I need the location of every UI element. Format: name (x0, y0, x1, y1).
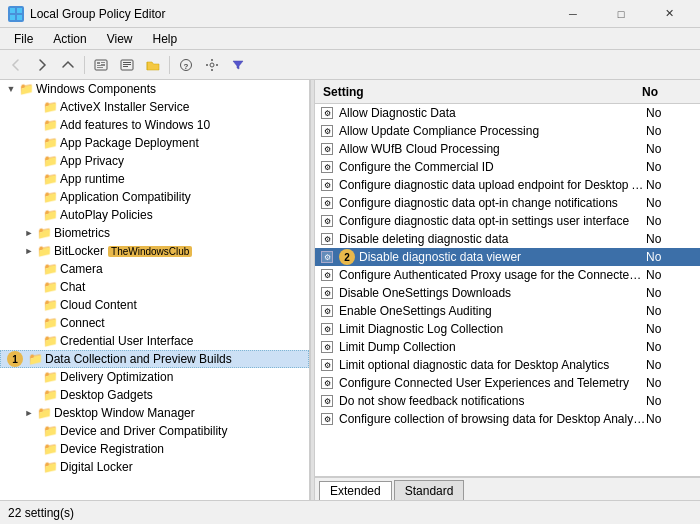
right-item-allow-wufb[interactable]: ⚙ Allow WUfB Cloud Processing No (315, 140, 700, 158)
right-item-state: No (646, 124, 696, 138)
expand-icon (28, 388, 42, 402)
tree-label: BitLocker (54, 244, 104, 258)
tab-extended[interactable]: Extended (319, 481, 392, 500)
right-pane[interactable]: Setting No ⚙ Allow Diagnostic Data No ⚙ … (315, 80, 700, 500)
expand-icon (28, 262, 42, 276)
right-item-label: Configure collection of browsing data fo… (339, 412, 646, 426)
close-button[interactable]: ✕ (646, 4, 692, 24)
tree-item-delivery-opt[interactable]: 📁 Delivery Optimization (0, 368, 309, 386)
right-item-state: No (646, 376, 696, 390)
filter-button[interactable] (226, 54, 250, 76)
tree-item-autoplay[interactable]: 📁 AutoPlay Policies (0, 206, 309, 224)
tree-label: Cloud Content (60, 298, 137, 312)
tree-item-add-features[interactable]: 📁 Add features to Windows 10 (0, 116, 309, 134)
setting-icon-11: ⚙ (319, 286, 335, 300)
tree-item-windows-components[interactable]: ▼ 📁 Windows Components (0, 80, 309, 98)
right-item-disable-deleting[interactable]: ⚙ Disable deleting diagnostic data No (315, 230, 700, 248)
tree-label: Device and Driver Compatibility (60, 424, 227, 438)
properties-button[interactable] (115, 54, 139, 76)
right-item-limit-log[interactable]: ⚙ Limit Diagnostic Log Collection No (315, 320, 700, 338)
folder-icon: 📁 (27, 352, 43, 366)
tree-item-credential[interactable]: 📁 Credential User Interface (0, 332, 309, 350)
tree-item-app-compat[interactable]: 📁 Application Compatibility (0, 188, 309, 206)
right-item-limit-dump[interactable]: ⚙ Limit Dump Collection No (315, 338, 700, 356)
expand-icon (28, 136, 42, 150)
tree-label: ActiveX Installer Service (60, 100, 189, 114)
right-item-upload-endpoint[interactable]: ⚙ Configure diagnostic data upload endpo… (315, 176, 700, 194)
right-item-state: No (646, 340, 696, 354)
right-item-disable-onesettings[interactable]: ⚙ Disable OneSettings Downloads No (315, 284, 700, 302)
settings-button[interactable] (200, 54, 224, 76)
tree-item-camera[interactable]: 📁 Camera (0, 260, 309, 278)
menu-action[interactable]: Action (45, 30, 94, 48)
app-icon (8, 6, 24, 22)
tree-item-app-privacy[interactable]: 📁 App Privacy (0, 152, 309, 170)
tree-item-biometrics[interactable]: ► 📁 Biometrics (0, 224, 309, 242)
right-item-commercial-id[interactable]: ⚙ Configure the Commercial ID No (315, 158, 700, 176)
tree-item-data-collection[interactable]: 1 📁 Data Collection and Preview Builds (0, 350, 309, 368)
tree-item-connect[interactable]: 📁 Connect (0, 314, 309, 332)
svg-point-17 (211, 59, 213, 61)
right-item-label: Disable diagnostic data viewer (359, 250, 646, 264)
tree-item-device-registration[interactable]: 📁 Device Registration (0, 440, 309, 458)
right-item-label: Limit optional diagnostic data for Deskt… (339, 358, 646, 372)
tab-standard[interactable]: Standard (394, 480, 465, 500)
svg-point-19 (206, 64, 208, 66)
right-item-change-notifications[interactable]: ⚙ Configure diagnostic data opt-in chang… (315, 194, 700, 212)
right-item-disable-viewer[interactable]: ⚙ 2 Disable diagnostic data viewer No (315, 248, 700, 266)
setting-icon-4: ⚙ (319, 160, 335, 174)
tree-item-activex[interactable]: 📁 ActiveX Installer Service (0, 98, 309, 116)
tree-item-desktop-gadgets[interactable]: 📁 Desktop Gadgets (0, 386, 309, 404)
menu-file[interactable]: File (6, 30, 41, 48)
right-item-settings-ui[interactable]: ⚙ Configure diagnostic data opt-in setti… (315, 212, 700, 230)
forward-button[interactable] (30, 54, 54, 76)
folder-icon: 📁 (42, 262, 58, 276)
tree-item-bitlocker[interactable]: ► 📁 BitLocker TheWindowsClub (0, 242, 309, 260)
maximize-button[interactable]: □ (598, 4, 644, 24)
folder-icon: 📁 (42, 334, 58, 348)
minimize-button[interactable]: ─ (550, 4, 596, 24)
browse-button[interactable] (89, 54, 113, 76)
right-item-feedback[interactable]: ⚙ Do not show feedback notifications No (315, 392, 700, 410)
expand-icon: ► (22, 244, 36, 258)
right-item-state: No (646, 160, 696, 174)
tree-item-digital-locker[interactable]: 📁 Digital Locker (0, 458, 309, 476)
expand-icon (28, 172, 42, 186)
back-button[interactable] (4, 54, 28, 76)
tree-item-device-driver[interactable]: 📁 Device and Driver Compatibility (0, 422, 309, 440)
tree-item-app-package[interactable]: 📁 App Package Deployment (0, 134, 309, 152)
left-pane[interactable]: ▼ 📁 Windows Components 📁 ActiveX Install… (0, 80, 310, 500)
menu-view[interactable]: View (99, 30, 141, 48)
right-item-label: Configure diagnostic data opt-in change … (339, 196, 646, 210)
tree-label: Biometrics (54, 226, 110, 240)
menu-help[interactable]: Help (145, 30, 186, 48)
folder-icon: 📁 (42, 154, 58, 168)
right-item-state: No (646, 358, 696, 372)
expand-icon (28, 118, 42, 132)
tree-item-app-runtime[interactable]: 📁 App runtime (0, 170, 309, 188)
right-item-telemetry[interactable]: ⚙ Configure Connected User Experiences a… (315, 374, 700, 392)
right-item-enable-auditing[interactable]: ⚙ Enable OneSettings Auditing No (315, 302, 700, 320)
right-item-auth-proxy[interactable]: ⚙ Configure Authenticated Proxy usage fo… (315, 266, 700, 284)
status-text: 22 setting(s) (8, 506, 74, 520)
right-item-allow-update[interactable]: ⚙ Allow Update Compliance Processing No (315, 122, 700, 140)
tree-item-chat[interactable]: 📁 Chat (0, 278, 309, 296)
right-pane-header: Setting No (315, 80, 700, 104)
setting-icon-17: ⚙ (319, 394, 335, 408)
tree-item-cloud-content[interactable]: 📁 Cloud Content (0, 296, 309, 314)
expand-icon: ► (22, 406, 36, 420)
tree-label: App Privacy (60, 154, 124, 168)
tree-label: Windows Components (36, 82, 156, 96)
setting-icon-16: ⚙ (319, 376, 335, 390)
folder-open-button[interactable] (141, 54, 165, 76)
expand-icon (28, 208, 42, 222)
right-item-allow-diagnostic[interactable]: ⚙ Allow Diagnostic Data No (315, 104, 700, 122)
menu-bar: File Action View Help (0, 28, 700, 50)
help-button[interactable]: ? (174, 54, 198, 76)
right-item-state: No (646, 286, 696, 300)
right-item-limit-optional[interactable]: ⚙ Limit optional diagnostic data for Des… (315, 356, 700, 374)
right-item-browsing-data[interactable]: ⚙ Configure collection of browsing data … (315, 410, 700, 428)
tree-label: Application Compatibility (60, 190, 191, 204)
up-button[interactable] (56, 54, 80, 76)
tree-item-desktop-wm[interactable]: ► 📁 Desktop Window Manager (0, 404, 309, 422)
